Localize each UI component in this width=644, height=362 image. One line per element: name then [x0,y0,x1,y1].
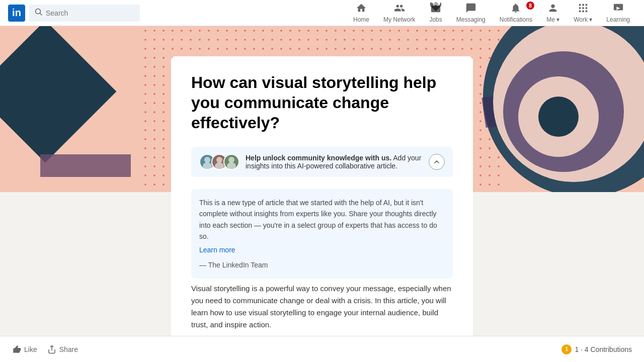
jobs-label: Jobs [429,16,442,23]
ai-info-paragraph: This is a new type of article that we st… [199,197,445,242]
notifications-label: Notifications [500,16,532,23]
svg-point-19 [227,162,236,169]
me-icon [547,3,558,15]
like-label: Like [24,345,37,353]
svg-rect-13 [613,4,622,11]
community-banner-bold: Help unlock community knowledge with us. [246,154,391,162]
nav-network[interactable]: My Network [377,1,421,25]
messaging-label: Messaging [456,16,486,23]
linkedin-logo[interactable]: in [8,5,25,22]
content-wrapper: How can visual storytelling help you com… [171,26,473,362]
ai-info-box: This is a new type of article that we st… [191,189,453,279]
svg-rect-4 [579,4,581,6]
search-input[interactable] [46,9,134,17]
like-button[interactable]: Like [12,345,37,354]
nav-home[interactable]: Home [347,1,375,25]
svg-rect-5 [582,4,584,6]
svg-point-17 [215,162,224,169]
nav-jobs[interactable]: Jobs [423,1,448,25]
network-icon [394,3,405,15]
avatar-3 [223,154,239,170]
home-icon [356,3,367,15]
search-icon [35,8,43,18]
nav-messaging[interactable]: Messaging [450,1,492,25]
home-label: Home [353,16,369,23]
nav-work[interactable]: Work ▾ [568,1,598,25]
me-label: Me ▾ [546,16,559,23]
nav-bar-items: Home My Network Jobs [347,1,636,25]
navbar: in Home My Network [0,0,644,26]
jobs-icon [430,3,441,15]
svg-rect-7 [579,7,581,9]
learning-label: Learning [606,16,630,23]
nav-learning[interactable]: Learning [600,1,636,25]
contributor-avatars [199,154,239,170]
article-title: How can visual storytelling help you com… [191,72,453,133]
svg-point-15 [203,162,212,169]
linkedin-team-attribution: — The LinkedIn Team [199,259,445,270]
work-grid-icon [578,3,589,15]
svg-rect-11 [582,11,584,13]
messaging-icon [465,3,476,15]
contributions-section: 1 1 · 4 Contributions [561,344,632,354]
learn-more-link[interactable]: Learn more [199,246,235,254]
community-banner-text: Help unlock community knowledge with us.… [246,154,423,170]
intro-paragraph: Visual storytelling is a powerful way to… [191,283,453,331]
svg-rect-9 [585,7,587,9]
contributions-text: 1 · 4 Contributions [575,345,632,353]
svg-line-1 [40,13,42,15]
bottom-bar: Like Share 1 1 · 4 Contributions [0,336,644,362]
contributions-icon: 1 [561,344,572,354]
share-button[interactable]: Share [47,345,78,354]
article-actions: Like Share [12,345,78,354]
svg-rect-2 [431,6,440,12]
nav-me[interactable]: Me ▾ [540,1,566,25]
community-banner: Help unlock community knowledge with us.… [191,147,453,177]
svg-point-18 [228,157,234,163]
share-label: Share [59,345,78,353]
svg-point-14 [204,157,210,163]
learning-icon [613,3,624,15]
search-bar[interactable] [29,5,140,22]
network-label: My Network [383,16,415,23]
svg-rect-8 [582,7,584,9]
svg-point-16 [216,157,222,163]
work-label: Work ▾ [574,16,592,23]
nav-notifications[interactable]: 8 Notifications [494,1,538,25]
notification-badge: 8 [526,2,534,10]
article-card: How can visual storytelling help you com… [171,56,473,362]
main-content: How can visual storytelling help you com… [0,26,644,362]
svg-rect-12 [585,11,587,13]
svg-rect-10 [579,11,581,13]
svg-rect-6 [585,4,587,6]
svg-point-3 [551,5,554,8]
notifications-icon [510,3,521,15]
collapse-button[interactable] [429,154,445,170]
